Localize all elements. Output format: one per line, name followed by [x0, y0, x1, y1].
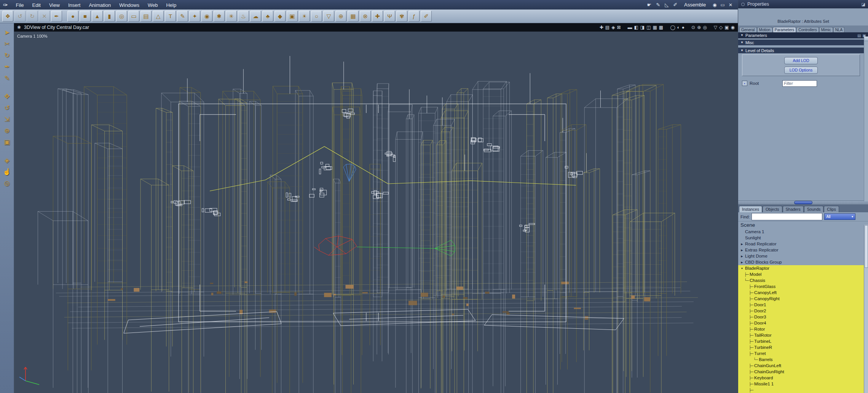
hand-tool-icon[interactable]: ☛	[647, 2, 652, 8]
tab-instances[interactable]: Instances	[739, 206, 762, 212]
render-settings-icon[interactable]: ▣	[724, 25, 729, 30]
expand-icon[interactable]: ▶	[740, 243, 744, 245]
tree-scrollbar[interactable]	[864, 225, 868, 393]
cube-tool-icon[interactable]: ■	[80, 11, 91, 22]
tab-motion[interactable]: Motion	[757, 27, 772, 32]
tab-mimic[interactable]: Mimic	[819, 27, 833, 32]
lod-options-button[interactable]: LOD Options	[784, 67, 818, 74]
tab-parameters[interactable]: Parameters	[773, 27, 796, 32]
expand-icon[interactable]: ▶	[740, 261, 744, 264]
panel-splitter[interactable]	[738, 200, 868, 205]
menu-file[interactable]: File	[12, 2, 28, 8]
terrain-tool-icon[interactable]: △	[153, 11, 164, 22]
brush-icon[interactable]: ✎	[4, 75, 10, 81]
tree-item-turret[interactable]: ├─Turret	[738, 350, 868, 356]
target-helper-tool-icon[interactable]: ⊕	[335, 11, 346, 22]
eye-icon[interactable]: ◉	[713, 2, 716, 8]
tree-item-item[interactable]: ├─	[738, 387, 868, 393]
textured-mode-icon[interactable]: ●	[682, 25, 685, 30]
spot-light-tool-icon[interactable]: ▽	[323, 11, 334, 22]
rock-tool-icon[interactable]: ◆	[274, 11, 286, 22]
tree-item-canopyleft[interactable]: ├─CanopyLeft	[738, 290, 868, 296]
pan-hand-icon[interactable]: ☝	[3, 169, 11, 175]
tree-item-missile1-1[interactable]: ├─Missile1 1	[738, 381, 868, 387]
plane-tool-icon[interactable]: ▭	[128, 11, 139, 22]
gouraud-mode-icon[interactable]: ◐	[677, 25, 680, 30]
tree-item-turbinel[interactable]: ├─TurbineL	[738, 338, 868, 344]
safe-frame-icon[interactable]: ◇	[719, 25, 723, 30]
menu-view[interactable]: View	[45, 2, 64, 8]
layout-left-split-icon[interactable]: ◧	[634, 25, 638, 30]
tree-item-model[interactable]: ├─Model	[738, 271, 868, 277]
collapse-misc-icon[interactable]: ▼	[740, 41, 744, 44]
tree-item-camera-1[interactable]: Camera 1	[738, 229, 868, 235]
tree-item-extras-replicator[interactable]: ▶Extras Replicator	[738, 247, 868, 253]
view-list-icon[interactable]: ▤	[605, 25, 610, 30]
sun-light-tool-icon[interactable]: ☀	[299, 11, 310, 22]
lasso-icon[interactable]: ✂	[4, 41, 10, 47]
deformer-tool-icon[interactable]: ✾	[396, 11, 407, 22]
menu-windows[interactable]: Windows	[115, 2, 144, 8]
panel-menu-icon[interactable]: ◪	[862, 2, 865, 7]
menu-help[interactable]: Help	[162, 2, 180, 8]
bulb-light-tool-icon[interactable]: ○	[311, 11, 322, 22]
tab-sounds[interactable]: Sounds	[804, 206, 824, 212]
rotate-tool-icon[interactable]: ↺	[4, 105, 10, 111]
rotate-view-icon[interactable]: ↻	[4, 52, 10, 59]
pen-icon[interactable]: ✎	[656, 2, 660, 8]
tree-item-canopyright[interactable]: ├─CanopyRight	[738, 296, 868, 302]
close-view-icon[interactable]: ⊠	[617, 25, 621, 30]
tree-item-light-dome[interactable]: ▶Light Dome	[738, 253, 868, 259]
spline-object-tool-icon[interactable]: ✎	[177, 11, 188, 22]
scale-tool-icon[interactable]: ⇲	[4, 116, 10, 123]
parameters-section-bar[interactable]: ▼ Parameters ▤▣	[738, 32, 868, 38]
tree-item-turbiner[interactable]: ├─TurbineR	[738, 344, 868, 350]
add-lod-button[interactable]: Add LOD	[784, 57, 818, 64]
tree-item-rotor[interactable]: ├─Rotor	[738, 326, 868, 332]
bone-tool-icon[interactable]: Ψ	[384, 11, 395, 22]
camera-dolly-icon[interactable]: ⊕	[697, 25, 701, 30]
layout-quad-icon[interactable]: ▦	[653, 25, 657, 30]
splitter-handle[interactable]	[794, 201, 812, 204]
menu-web[interactable]: Web	[144, 2, 162, 8]
camera-bank-icon[interactable]: ◎	[703, 25, 707, 30]
layout-vertical-icon[interactable]: ◫	[646, 25, 651, 30]
visibility-icon[interactable]: ◉	[731, 25, 735, 30]
find-filter-select[interactable]: All ▼	[824, 213, 855, 220]
room-selector[interactable]: Assemble	[684, 2, 706, 8]
formula-tool-icon[interactable]: ƒ	[408, 11, 420, 22]
tree-item-door1[interactable]: ├─Door1	[738, 302, 868, 308]
lod-filter-input[interactable]	[782, 80, 817, 87]
tree-item-frontglass[interactable]: ├─FrontGlass	[738, 283, 868, 290]
text-tool-icon[interactable]: T	[165, 11, 176, 22]
minimize-icon[interactable]: ▭	[721, 2, 725, 8]
knife-icon[interactable]: ✒	[4, 64, 10, 70]
viewport-menu-icon[interactable]: ✱	[17, 25, 21, 30]
paint-select-icon[interactable]: ❖	[2, 11, 13, 22]
tree-item-chaingunright[interactable]: ├─ChainGunRight	[738, 369, 868, 375]
hotpoint-tool-icon[interactable]: ⊕	[4, 127, 10, 134]
scene-3d-view[interactable]	[14, 32, 738, 393]
metaball-tool-icon[interactable]: ◉	[201, 11, 212, 22]
torus-tool-icon[interactable]: ◎	[116, 11, 127, 22]
reference-box-icon[interactable]: ▣	[4, 139, 10, 145]
collapse-icon[interactable]: ▼	[740, 267, 744, 270]
menu-edit[interactable]: Edit	[28, 2, 45, 8]
tree-item-road-replicator[interactable]: ▶Road Replicator	[738, 241, 868, 247]
tree-tool-icon[interactable]: ♣	[262, 11, 273, 22]
infinite-plane-tool-icon[interactable]: ▤	[140, 11, 152, 22]
lock-view-icon[interactable]: ◈	[611, 25, 615, 30]
misc-section-bar[interactable]: ▼ Misc	[738, 40, 864, 45]
layout-single-icon[interactable]: ▬	[627, 25, 632, 30]
move-tool-icon[interactable]: ✥	[4, 93, 10, 100]
expand-icon[interactable]: ▶	[740, 255, 744, 258]
production-frame-icon[interactable]: ▽	[714, 25, 717, 30]
layout-right-split-icon[interactable]: ◨	[640, 25, 645, 30]
tab-shaders[interactable]: Shaders	[783, 206, 804, 212]
tree-item-tailrotor[interactable]: ├─TailRotor	[738, 332, 868, 338]
tree-item-door3[interactable]: ├─Door3	[738, 314, 868, 320]
fire-tool-icon[interactable]: ♨	[238, 11, 249, 22]
select-arrow-icon[interactable]: ➤	[4, 29, 10, 36]
menu-animation[interactable]: Animation	[85, 2, 115, 8]
collapse-lod-icon[interactable]: ▼	[740, 49, 744, 52]
